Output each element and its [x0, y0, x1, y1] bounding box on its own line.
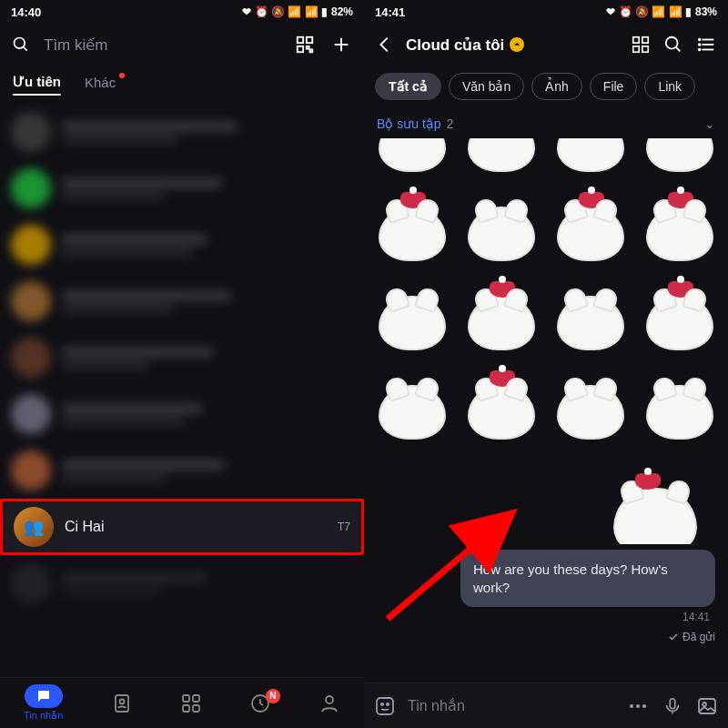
- sticker[interactable]: [459, 138, 544, 187]
- svg-rect-17: [633, 46, 639, 52]
- grid-view-icon[interactable]: [630, 35, 652, 55]
- nav-timeline[interactable]: N: [249, 693, 271, 714]
- svg-rect-2: [298, 37, 303, 43]
- sticker[interactable]: [548, 369, 633, 455]
- cloud-badge-icon: [510, 37, 524, 52]
- sticker-grid[interactable]: [364, 138, 728, 544]
- clock: 14:41: [375, 5, 405, 19]
- sticker[interactable]: [548, 138, 633, 187]
- svg-point-0: [15, 38, 25, 49]
- chat-name: Ci Hai: [65, 519, 105, 535]
- svg-rect-12: [193, 705, 199, 712]
- sticker[interactable]: [369, 369, 455, 455]
- search-icon[interactable]: [11, 35, 31, 54]
- avatar: 👥: [14, 507, 54, 547]
- filter-image[interactable]: Ảnh: [531, 73, 582, 100]
- svg-point-25: [699, 44, 701, 46]
- plus-icon[interactable]: [329, 35, 353, 55]
- image-picker-icon[interactable]: [695, 695, 719, 717]
- sticker[interactable]: [459, 369, 544, 455]
- chat-row[interactable]: [0, 386, 364, 442]
- chat-detail-screen: 14:41 ❤ ⏰ 🔕 📶 📶 ▮ 83% Cloud của tôi: [364, 0, 728, 728]
- chat-bubble-icon: [25, 684, 63, 708]
- svg-rect-34: [699, 699, 715, 713]
- svg-point-19: [666, 37, 678, 49]
- sticker[interactable]: [601, 468, 710, 544]
- svg-rect-18: [642, 46, 648, 52]
- chat-row[interactable]: [0, 329, 364, 386]
- voice-icon[interactable]: [661, 696, 684, 716]
- collection-count: 2: [447, 116, 454, 131]
- sticker[interactable]: [637, 191, 723, 277]
- sticker-picker-icon[interactable]: [373, 695, 397, 717]
- filter-link[interactable]: Link: [644, 73, 695, 100]
- filter-file[interactable]: File: [590, 73, 638, 100]
- sticker[interactable]: [637, 280, 723, 366]
- status-icons: ❤ ⏰ 🔕 📶 📶 ▮ 82%: [242, 5, 353, 18]
- qr-icon[interactable]: [293, 35, 317, 55]
- sticker[interactable]: [459, 191, 544, 277]
- svg-point-32: [642, 704, 646, 708]
- nav-discover[interactable]: [180, 693, 202, 714]
- clock: 14:40: [11, 5, 41, 19]
- chat-list-screen: 14:40 ❤ ⏰ 🔕 📶 📶 ▮ 82% Tìm kiếm Ưu tiên K…: [0, 0, 364, 728]
- svg-rect-10: [193, 695, 199, 702]
- filter-text[interactable]: Văn bản: [449, 73, 524, 100]
- svg-rect-33: [670, 698, 675, 708]
- search-icon[interactable]: [662, 35, 684, 55]
- svg-rect-15: [633, 37, 639, 43]
- chat-row[interactable]: [0, 273, 364, 329]
- chat-header: Cloud của tôi: [364, 24, 728, 66]
- svg-line-20: [676, 47, 681, 52]
- chat-row[interactable]: [0, 555, 364, 612]
- svg-point-14: [326, 696, 333, 703]
- chat-row[interactable]: [0, 217, 364, 273]
- nav-contacts[interactable]: [111, 693, 133, 714]
- sticker[interactable]: [369, 191, 455, 277]
- sticker[interactable]: [369, 138, 455, 187]
- chat-row[interactable]: [0, 104, 364, 160]
- more-icon[interactable]: [626, 695, 650, 717]
- chat-row[interactable]: [0, 442, 364, 499]
- filter-all[interactable]: Tất cả: [375, 73, 441, 100]
- svg-rect-3: [307, 37, 312, 43]
- svg-rect-9: [183, 695, 189, 702]
- chat-row[interactable]: [0, 160, 364, 217]
- svg-point-26: [699, 49, 701, 51]
- bottom-nav: Tin nhắn N: [0, 677, 364, 728]
- svg-point-29: [387, 703, 389, 704]
- svg-point-28: [381, 703, 383, 704]
- chat-tabs: Ưu tiên Khác: [0, 66, 364, 98]
- back-icon[interactable]: [375, 35, 395, 55]
- svg-point-8: [119, 699, 124, 703]
- menu-list-icon[interactable]: [695, 35, 717, 55]
- collection-row[interactable]: Bộ sưu tập 2 ⌄: [364, 107, 728, 138]
- message-input[interactable]: Tin nhắn: [408, 697, 615, 714]
- svg-point-24: [699, 39, 701, 41]
- nav-profile[interactable]: [318, 693, 340, 714]
- message-bubble[interactable]: How are you these days? How's work?: [460, 550, 715, 607]
- filter-pills: Tất cả Văn bản Ảnh File Link: [364, 66, 728, 107]
- chat-time: T7: [338, 521, 350, 533]
- sticker[interactable]: [548, 280, 633, 366]
- message-input-bar: Tin nhắn: [364, 682, 728, 728]
- nav-messages[interactable]: Tin nhắn: [24, 684, 63, 722]
- svg-rect-11: [183, 705, 189, 712]
- tab-other[interactable]: Khác: [85, 75, 116, 90]
- svg-point-35: [703, 703, 706, 706]
- chat-title[interactable]: Cloud của tôi: [406, 35, 524, 55]
- collection-label: Bộ sưu tập: [377, 116, 441, 131]
- status-icons: ❤ ⏰ 🔕 📶 📶 ▮ 83%: [606, 5, 717, 18]
- unread-dot: [119, 73, 125, 78]
- search-input[interactable]: Tìm kiếm: [44, 35, 280, 55]
- sticker[interactable]: [369, 280, 455, 366]
- sticker[interactable]: [459, 280, 544, 366]
- chat-row-highlighted[interactable]: 👥 Ci Hai T7: [0, 499, 364, 555]
- tab-priority[interactable]: Ưu tiên: [13, 74, 61, 90]
- sticker[interactable]: [637, 369, 723, 455]
- svg-rect-27: [377, 698, 393, 714]
- sticker[interactable]: [637, 138, 723, 187]
- status-bar: 14:40 ❤ ⏰ 🔕 📶 📶 ▮ 82%: [0, 0, 364, 24]
- sticker[interactable]: [548, 191, 633, 277]
- chat-list[interactable]: 👥 Ci Hai T7: [0, 104, 364, 613]
